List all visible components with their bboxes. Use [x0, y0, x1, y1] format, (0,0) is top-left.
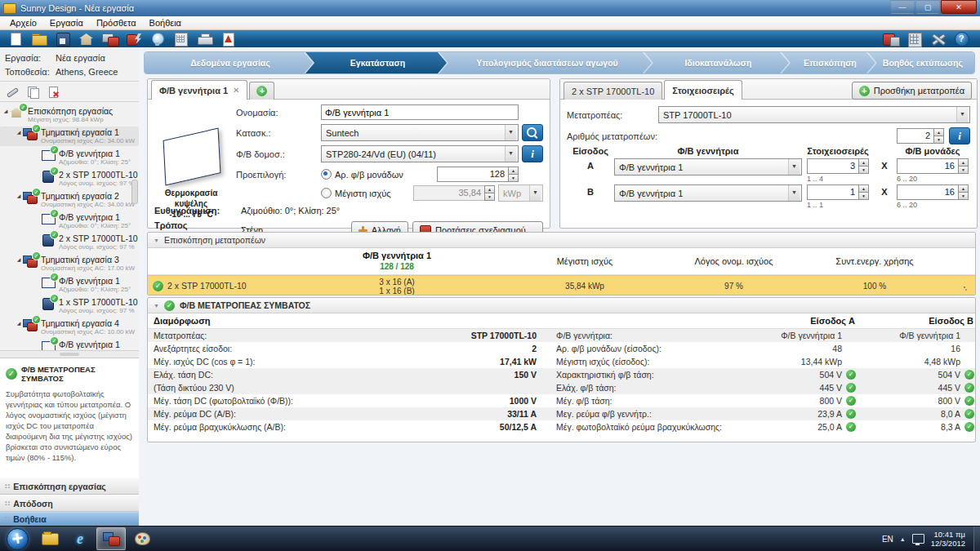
- spinner-up-icon[interactable]: ▲: [933, 128, 944, 136]
- expander-icon[interactable]: ◢: [15, 127, 23, 137]
- spinner-down-icon[interactable]: ▼: [933, 136, 944, 144]
- spinner-down-icon[interactable]: ▼: [858, 166, 869, 174]
- help-icon[interactable]: ?: [951, 31, 973, 47]
- module-select[interactable]: STP280-24/Vd (EU) (04/11)▼: [321, 145, 519, 162]
- minimize-button[interactable]: —: [890, 0, 915, 14]
- tip-bulb-icon[interactable]: [147, 31, 168, 47]
- wizard-step-print-assistant[interactable]: Βοηθός εκτύπωσης: [868, 52, 974, 73]
- energy-devices-icon[interactable]: [123, 31, 145, 47]
- accordion-help[interactable]: ∷ Βοήθεια: [0, 512, 139, 527]
- show-hidden-icons[interactable]: ▲: [900, 536, 906, 542]
- expander-icon[interactable]: ◢: [2, 106, 10, 116]
- tree-item-pv-generator[interactable]: ✓ Φ/Β γεννήτρια 1Αζιμούθιο: 0°; Κλίση: 2…: [0, 148, 139, 167]
- design-tool-icon[interactable]: [3, 84, 21, 99]
- spinner-up-icon[interactable]: ▲: [858, 184, 869, 192]
- expander-icon[interactable]: ◢: [15, 318, 23, 328]
- module-info-button[interactable]: i: [522, 145, 543, 162]
- add-inverter-button[interactable]: +Προσθήκη μετατροπέα: [852, 82, 972, 100]
- inverter-info-button[interactable]: i: [949, 127, 970, 144]
- spinner-up-icon[interactable]: ▲: [484, 185, 495, 193]
- generator-name-input[interactable]: [321, 104, 519, 120]
- start-button[interactable]: [7, 528, 29, 550]
- power-unit-select[interactable]: kWp▼: [498, 184, 543, 202]
- search-module-button[interactable]: [522, 124, 543, 141]
- tree-item-subproject-1[interactable]: ◢ ✓ Τμηματική εργασία 1Ονομαστική ισχύς …: [0, 127, 139, 146]
- taskbar-paint-icon[interactable]: [128, 528, 156, 549]
- tree-item-pv-generator[interactable]: ✓ Φ/Β γεννήτρια 1Αζιμούθιο: 0°; Κλίση: 2…: [0, 339, 139, 350]
- spinner-up-icon[interactable]: ▲: [958, 184, 969, 192]
- wizard-step-installation[interactable]: Εγκατάσταση: [305, 52, 447, 73]
- expander-icon[interactable]: ◢: [15, 255, 23, 264]
- tree-item-subproject-3[interactable]: ◢ ✓ Τμηματική εργασία 3Ονομαστική ισχύς …: [0, 254, 139, 273]
- max-power-spinner[interactable]: 35,84 ▲▼: [413, 185, 495, 201]
- open-project-icon[interactable]: [29, 31, 50, 47]
- tree-item-inverter[interactable]: ✓ 1 x STP 17000TL-10Λόγος ονομ. ισχύος: …: [0, 296, 139, 316]
- new-project-icon[interactable]: [5, 31, 26, 47]
- menu-file[interactable]: Αρχείο: [3, 18, 43, 28]
- module-count-spinner[interactable]: 128 ▲▼: [437, 167, 519, 182]
- inverter-select[interactable]: STP 17000TL-10▼: [658, 106, 970, 123]
- tree-item-inverter[interactable]: ✓ 2 x STP 17000TL-10Λόγος ονομ. ισχύος: …: [0, 169, 139, 189]
- menu-help[interactable]: Βοήθεια: [143, 18, 188, 28]
- accordion-performance[interactable]: ∷ Απόδοση: [0, 495, 139, 512]
- wizard-step-overview[interactable]: Επισκόπηση: [782, 52, 875, 73]
- spinner-down-icon[interactable]: ▼: [484, 193, 495, 201]
- tab-strings[interactable]: Στοιχειοσειρές: [664, 80, 742, 100]
- save-project-icon[interactable]: [52, 31, 74, 47]
- tree-scrollbar[interactable]: [131, 180, 138, 204]
- spinner-down-icon[interactable]: ▼: [858, 192, 869, 200]
- network-icon[interactable]: [912, 534, 924, 544]
- copy-icon[interactable]: [24, 84, 42, 99]
- module-database-icon[interactable]: [904, 31, 925, 47]
- taskbar-sunny-design-icon[interactable]: [96, 527, 126, 550]
- report-icon[interactable]: [171, 31, 192, 47]
- clock[interactable]: 10:41 πμ 12/3/2012: [931, 530, 965, 548]
- taskbar-internet-explorer-icon[interactable]: e: [66, 528, 94, 549]
- delete-icon[interactable]: [44, 84, 62, 99]
- show-desktop-button[interactable]: [973, 527, 980, 551]
- overview-table-row[interactable]: ✓2 x STP 17000TL-10 3 x 16 (A)1 x 16 (B)…: [148, 275, 975, 295]
- settings-tools-icon[interactable]: [928, 31, 949, 47]
- spinner-down-icon[interactable]: ▼: [958, 166, 969, 174]
- spinner-down-icon[interactable]: ▼: [508, 174, 519, 182]
- tree-item-pv-generator[interactable]: ✓ Φ/Β γεννήτρια 1Αζιμούθιο: 0°; Κλίση: 2…: [0, 275, 139, 295]
- tree-item-pv-generator[interactable]: ✓ Φ/Β γεννήτρια 1Αζιμούθιο: 0°; Κλίση: 2…: [0, 211, 139, 231]
- inverter-count-spinner[interactable]: 2 ▲▼: [897, 128, 944, 144]
- wizard-step-self-consumption[interactable]: Ιδιοκατανάλωση: [644, 52, 789, 73]
- menu-extras[interactable]: Πρόσθετα: [90, 18, 143, 28]
- tree-item-inverter[interactable]: ✓ 2 x STP 17000TL-10Λόγος ονομ. ισχύος: …: [0, 233, 139, 252]
- accordion-project-overview[interactable]: ∷ Επισκόπηση εργασίας: [0, 478, 139, 495]
- project-devices-icon[interactable]: [100, 31, 121, 47]
- wizard-step-project-data[interactable]: Δεδομένα εργασίας: [145, 52, 313, 73]
- language-indicator[interactable]: EN: [882, 535, 893, 544]
- modules-spinner-a[interactable]: 16▲▼: [897, 158, 969, 174]
- pdf-export-icon[interactable]: [218, 31, 239, 47]
- generator-select-b[interactable]: Φ/Β γεννήτρια 1▼: [614, 184, 802, 202]
- close-button[interactable]: ✕: [941, 0, 977, 14]
- radio-max-power[interactable]: [321, 188, 332, 198]
- spinner-up-icon[interactable]: ▲: [508, 167, 519, 174]
- inverter-overview-header[interactable]: ▼ Επισκόπηση μετατροπέων: [148, 233, 975, 248]
- add-pv-generator-tab[interactable]: +: [249, 82, 274, 100]
- print-icon[interactable]: [194, 31, 216, 47]
- taskbar-explorer-icon[interactable]: [36, 528, 64, 549]
- tab-inverter-device[interactable]: 2 x STP 17000TL-10: [564, 82, 662, 100]
- spinner-up-icon[interactable]: ▲: [958, 158, 969, 166]
- close-tab-icon[interactable]: ✕: [233, 86, 239, 95]
- tree-item-subproject-4[interactable]: ◢ ✓ Τμηματική εργασία 4Ονομαστική ισχύς …: [0, 318, 139, 337]
- menu-project[interactable]: Εργασία: [43, 18, 90, 28]
- strings-spinner-b[interactable]: 1▲▼: [807, 184, 869, 200]
- modules-spinner-b[interactable]: 16▲▼: [897, 184, 969, 200]
- strings-spinner-a[interactable]: 3▲▼: [807, 158, 869, 174]
- wizard-step-cable-sizing[interactable]: Υπολογισμός διαστάσεων αγωγού: [439, 52, 652, 73]
- generator-select-a[interactable]: Φ/Β γεννήτρια 1▼: [614, 158, 802, 176]
- manufacturer-select[interactable]: Suntech▼: [321, 124, 519, 141]
- expander-icon[interactable]: ◢: [15, 191, 23, 201]
- tree-item-project-overview[interactable]: ◢ ✓ Επισκόπηση εργασίαςΜέγιστη ισχύς: 98…: [0, 105, 139, 125]
- tree-horizontal-scrollbar[interactable]: [0, 350, 139, 358]
- tree-item-subproject-2[interactable]: ◢ ✓ Τμηματική εργασία 2Ονομαστική ισχύς …: [0, 190, 139, 210]
- spinner-down-icon[interactable]: ▼: [958, 192, 969, 200]
- radio-module-count[interactable]: [321, 169, 332, 180]
- maximize-button[interactable]: ▢: [915, 0, 940, 14]
- tab-pv-generator-1[interactable]: Φ/Β γεννήτρια 1 ✕: [151, 80, 247, 100]
